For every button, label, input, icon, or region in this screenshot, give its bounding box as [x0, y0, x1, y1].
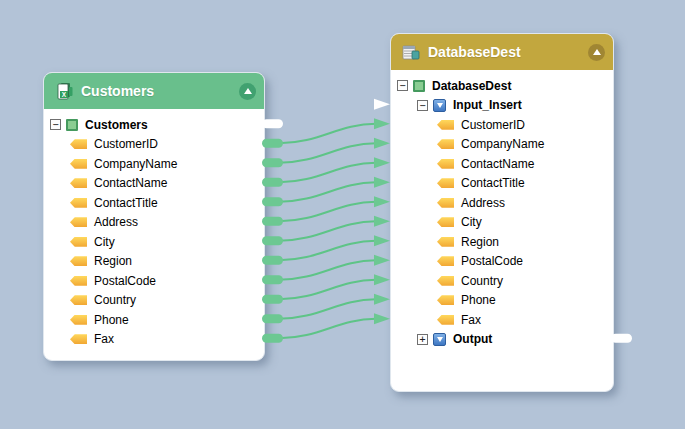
field-icon: [70, 295, 87, 305]
field-icon: [437, 178, 454, 188]
tree-row-CustomerID[interactable]: CustomerID: [44, 135, 264, 155]
field-icon: [437, 120, 454, 130]
panel-header-databasedest[interactable]: DatabaseDest: [391, 34, 613, 70]
tree-row-Country[interactable]: Country: [391, 271, 613, 291]
connection-stub[interactable]: [262, 178, 283, 187]
tree-row-PostalCode[interactable]: PostalCode: [391, 252, 613, 272]
tree-row-Fax[interactable]: Fax: [44, 330, 264, 350]
connection-arrow[interactable]: [374, 216, 390, 227]
tree-row-label: Fax: [461, 313, 481, 327]
tree-row-Country[interactable]: Country: [44, 291, 264, 311]
tree-row-CompanyName[interactable]: CompanyName: [44, 154, 264, 174]
arrow-down-icon: [437, 103, 443, 108]
connection-wire: [279, 221, 376, 241]
field-icon: [437, 237, 454, 247]
tree-row-ContactTitle[interactable]: ContactTitle: [44, 193, 264, 213]
connection-arrow[interactable]: [374, 138, 390, 149]
connection-wire: [279, 124, 376, 144]
connection-stub[interactable]: [262, 314, 283, 323]
expander-plus-toggle[interactable]: +: [417, 334, 428, 345]
connection-arrow[interactable]: [374, 157, 390, 168]
connection-arrow[interactable]: [374, 294, 390, 305]
port-arrow-white[interactable]: [374, 99, 390, 110]
tree-row-Fax[interactable]: Fax: [391, 310, 613, 330]
tree-row-label: Input_Insert: [453, 98, 522, 112]
tree-row-label: ContactTitle: [94, 196, 158, 210]
connection-stub[interactable]: [262, 217, 283, 226]
expander-minus-toggle[interactable]: −: [417, 100, 428, 111]
mapping-canvas: XCustomers−CustomersCustomerIDCompanyNam…: [0, 0, 685, 429]
table-icon: [413, 80, 425, 92]
connection-wire: [279, 163, 376, 183]
tree-row-City[interactable]: City: [44, 232, 264, 252]
tree-row-label: City: [94, 235, 115, 249]
tree-databasedest: −DatabaseDest−Input_InsertCustomerIDComp…: [391, 70, 613, 349]
connection-stub[interactable]: [262, 158, 283, 167]
connection-arrow[interactable]: [374, 255, 390, 266]
tree-row-label: Country: [461, 274, 503, 288]
connection-stub[interactable]: [262, 139, 283, 148]
tree-row-label: Region: [94, 254, 132, 268]
expander-minus-toggle[interactable]: −: [50, 119, 61, 130]
tree-row-label: Address: [461, 196, 505, 210]
tree-row-Region[interactable]: Region: [44, 252, 264, 272]
node-panel-databasedest[interactable]: DatabaseDest−DatabaseDest−Input_InsertCu…: [390, 33, 614, 392]
panel-title: Customers: [81, 83, 239, 99]
tree-row-Address[interactable]: Address: [44, 213, 264, 233]
field-icon: [437, 159, 454, 169]
tree-row-Address[interactable]: Address: [391, 193, 613, 213]
collapse-button[interactable]: [239, 83, 256, 100]
connection-arrow[interactable]: [374, 196, 390, 207]
field-icon: [437, 198, 454, 208]
connection-arrow[interactable]: [374, 274, 390, 285]
field-icon: [70, 159, 87, 169]
tree-row-label: PostalCode: [94, 274, 156, 288]
tree-row-Customers[interactable]: −Customers: [44, 115, 264, 135]
connection-stub[interactable]: [262, 256, 283, 265]
connection-arrow[interactable]: [374, 313, 390, 324]
panel-header-customers[interactable]: XCustomers: [44, 73, 264, 109]
tree-row-label: Output: [453, 332, 492, 346]
chevron-up-icon: [244, 88, 252, 94]
connection-arrow[interactable]: [374, 177, 390, 188]
tree-row-City[interactable]: City: [391, 213, 613, 233]
tree-row-label: CustomerID: [461, 118, 525, 132]
tree-row-PostalCode[interactable]: PostalCode: [44, 271, 264, 291]
connection-stub[interactable]: [262, 275, 283, 284]
connection-arrow[interactable]: [374, 235, 390, 246]
field-icon: [437, 276, 454, 286]
tree-row-CompanyName[interactable]: CompanyName: [391, 135, 613, 155]
field-icon: [70, 178, 87, 188]
port-stub-white[interactable]: [262, 119, 283, 128]
tree-row-ContactTitle[interactable]: ContactTitle: [391, 174, 613, 194]
tree-row-Input_Insert[interactable]: −Input_Insert: [391, 96, 613, 116]
tree-row-label: DatabaseDest: [432, 79, 511, 93]
tree-row-ContactName[interactable]: ContactName: [44, 174, 264, 194]
port-stub-white[interactable]: [611, 334, 632, 343]
tree-row-Region[interactable]: Region: [391, 232, 613, 252]
node-panel-customers[interactable]: XCustomers−CustomersCustomerIDCompanyNam…: [43, 72, 265, 361]
connection-stub[interactable]: [262, 334, 283, 343]
field-icon: [437, 139, 454, 149]
field-icon: [437, 217, 454, 227]
connection-stub[interactable]: [262, 236, 283, 245]
tree-row-DatabaseDest[interactable]: −DatabaseDest: [391, 76, 613, 96]
tree-row-CustomerID[interactable]: CustomerID: [391, 115, 613, 135]
tree-row-label: CompanyName: [94, 157, 177, 171]
connection-stub[interactable]: [262, 295, 283, 304]
tree-row-Phone[interactable]: Phone: [44, 310, 264, 330]
connection-stub[interactable]: [262, 197, 283, 206]
panel-title: DatabaseDest: [428, 44, 588, 60]
expander-minus-toggle[interactable]: −: [397, 80, 408, 91]
field-icon: [70, 139, 87, 149]
arrow-down-icon: [437, 337, 443, 342]
tree-row-Phone[interactable]: Phone: [391, 291, 613, 311]
tree-row-Output[interactable]: +Output: [391, 330, 613, 350]
connection-arrow[interactable]: [374, 118, 390, 129]
excel-source-icon: X: [54, 81, 74, 101]
tree-row-label: CustomerID: [94, 137, 158, 151]
tree-row-ContactName[interactable]: ContactName: [391, 154, 613, 174]
tree-row-label: PostalCode: [461, 254, 523, 268]
chevron-up-icon: [593, 49, 601, 55]
collapse-button[interactable]: [588, 44, 605, 61]
